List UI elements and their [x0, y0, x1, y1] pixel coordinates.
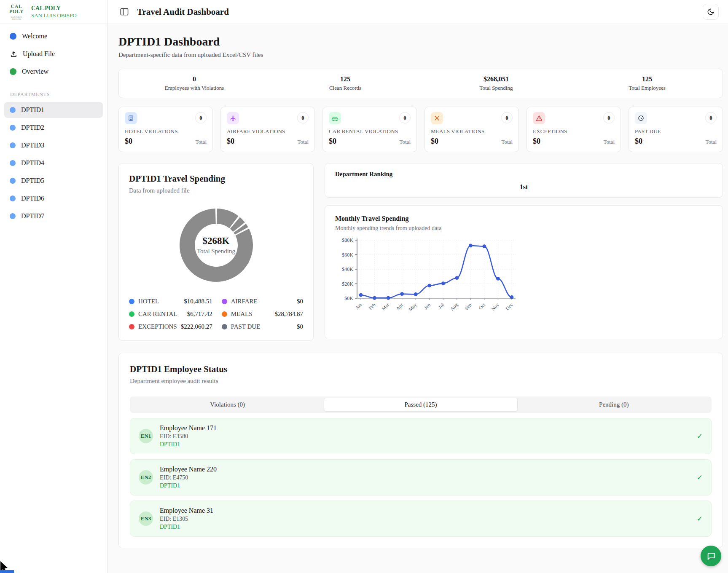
sidebar-item-dptid2[interactable]: DPTID2 — [4, 120, 103, 136]
legend-label: PAST DUE — [231, 323, 261, 330]
department-dot-icon — [10, 160, 16, 166]
violation-amount: $0 — [329, 137, 336, 146]
page-subtitle: Department-specific data from uploaded E… — [118, 51, 723, 59]
clock-icon — [635, 112, 647, 124]
sidebar-item-dptid4[interactable]: DPTID4 — [4, 155, 103, 171]
department-dot-icon — [10, 107, 16, 113]
ranking-title: Department Ranking — [335, 171, 712, 178]
sidebar-item-dptid3[interactable]: DPTID3 — [4, 137, 103, 153]
donut-center-label: $268K Total Spending — [176, 205, 256, 285]
exceptions-card: 0 EXCEPTIONS $0 Total — [527, 107, 621, 152]
employee-row[interactable]: EN1 Employee Name 171 EID: E3580 DPTID1 … — [130, 418, 712, 454]
employee-row[interactable]: EN3 Employee Name 31 EID: E1305 DPTID1 ✓ — [130, 501, 712, 537]
sidebar-item-label: DPTID6 — [21, 195, 44, 202]
svg-text:Aug: Aug — [449, 302, 459, 312]
department-dot-icon — [10, 178, 16, 184]
sidebar-item-overview[interactable]: Overview — [4, 64, 103, 80]
legend-value: $28,784.87 — [275, 311, 304, 318]
legend-item-past-due: PAST DUE $0 — [222, 323, 303, 330]
legend-label: MEALS — [231, 311, 253, 318]
donut-total-label: Total Spending — [197, 248, 235, 255]
past-due-card: 0 PAST DUE $0 Total — [629, 107, 723, 152]
stat-value: 125 — [270, 75, 421, 83]
tab-passed[interactable]: Passed (125) — [324, 398, 517, 412]
legend-item-airfare: AIRFARE $0 — [222, 298, 303, 305]
employee-eid: EID: E1305 — [160, 516, 213, 522]
monthly-subtitle: Monthly spending trends from uploaded da… — [335, 225, 712, 232]
violation-amount: $0 — [533, 137, 540, 146]
check-icon: ✓ — [697, 473, 703, 482]
violation-count-badge: 0 — [297, 112, 309, 123]
hotel-icon — [125, 112, 137, 124]
right-column: Department Ranking 1st Monthly Travel Sp… — [325, 163, 723, 339]
brand-logo: CAL POLY SAN LUIS OBISPO CAL POLY SAN LU… — [0, 0, 107, 24]
legend-label: AIRFARE — [231, 298, 258, 305]
tab-violations[interactable]: Violations (0) — [131, 398, 324, 412]
legend-value: $10,488.51 — [184, 298, 212, 305]
avatar: EN1 — [139, 429, 153, 443]
tab-pending[interactable]: Pending (0) — [518, 398, 710, 412]
logo-mark-line1: CAL POLY — [6, 4, 27, 14]
chat-fab-button[interactable] — [701, 546, 721, 566]
sidebar-item-dptid1[interactable]: DPTID1 — [4, 102, 103, 118]
monthly-line-chart: $0K$20K$40K$60K$80KJanFebMarAprMayJunJul… — [335, 236, 521, 328]
stat-label: Total Spending — [421, 85, 572, 91]
sidebar-item-dptid5[interactable]: DPTID5 — [4, 173, 103, 189]
sidebar-nav: Welcome Upload File Overview DEPARTMENTS… — [0, 24, 107, 230]
employee-eid: EID: E3580 — [160, 433, 217, 440]
departments-section-label: DEPARTMENTS — [4, 81, 103, 102]
violation-count-badge: 0 — [705, 112, 717, 123]
sidebar-item-label: DPTID2 — [21, 124, 44, 131]
check-icon: ✓ — [697, 432, 703, 440]
sidebar-item-label: DPTID4 — [21, 159, 44, 167]
legend-value: $6,717.42 — [187, 311, 212, 318]
violation-card-label: MEALS VIOLATIONS — [431, 128, 513, 135]
violation-count-badge: 0 — [399, 112, 411, 123]
monthly-title: Monthly Travel Spending — [335, 215, 712, 222]
department-ranking-card: Department Ranking 1st — [325, 163, 723, 198]
employee-status-tabs: Violations (0) Passed (125) Pending (0) — [130, 396, 712, 413]
legend-dot-icon — [222, 324, 227, 329]
legend-value: $0 — [297, 323, 303, 330]
svg-text:Feb: Feb — [368, 302, 376, 311]
spending-legend: HOTEL $10,488.51 AIRFARE $0 CAR RENTAL $… — [129, 298, 303, 330]
employee-status-card: DPTID1 Employee Status Department employ… — [118, 353, 723, 548]
sidebar-item-dptid7[interactable]: DPTID7 — [4, 208, 103, 224]
sidebar-item-label: Upload File — [23, 50, 55, 58]
main-area: Travel Audit Dashboard DPTID1 Dashboard … — [107, 0, 728, 573]
sidebar-item-label: DPTID5 — [21, 177, 44, 185]
dark-mode-toggle-button[interactable] — [703, 4, 719, 20]
legend-value: $222,060.27 — [181, 323, 212, 330]
violation-count-badge: 0 — [195, 112, 207, 123]
svg-text:Jul: Jul — [438, 302, 445, 310]
upload-icon — [10, 50, 17, 58]
svg-text:$60K: $60K — [342, 252, 353, 258]
page-content: DPTID1 Dashboard Department-specific dat… — [107, 24, 728, 573]
summary-stats-bar: 0 Employees with Violations 125 Clean Re… — [118, 69, 723, 98]
avatar: EN3 — [139, 511, 153, 526]
stat-total-employees: 125 Total Employees — [572, 74, 723, 93]
sidebar-item-upload-file[interactable]: Upload File — [4, 46, 103, 62]
calpoly-logo-mark: CAL POLY SAN LUIS OBISPO — [6, 4, 27, 20]
svg-text:Sep: Sep — [464, 302, 473, 311]
legend-dot-icon — [129, 299, 134, 304]
check-icon: ✓ — [697, 514, 703, 523]
hotel-violations-card: 0 HOTEL VIOLATIONS $0 Total — [118, 107, 213, 152]
department-dot-icon — [10, 125, 16, 131]
sidebar-toggle-icon[interactable] — [120, 8, 129, 16]
car-rental-icon — [329, 112, 341, 124]
sidebar-item-welcome[interactable]: Welcome — [4, 28, 103, 44]
legend-dot-icon — [222, 299, 227, 304]
violation-total-label: Total — [705, 139, 717, 145]
exceptions-warning-icon — [533, 112, 545, 124]
logo-mark-line2: SAN LUIS OBISPO — [6, 16, 27, 20]
employee-row[interactable]: EN2 Employee Name 220 EID: E4750 DPTID1 … — [130, 459, 712, 495]
violation-total-label: Total — [603, 139, 615, 145]
employee-department: DPTID1 — [160, 524, 213, 530]
legend-item-hotel: HOTEL $10,488.51 — [129, 298, 212, 305]
sidebar-item-label: Welcome — [22, 32, 47, 40]
page-title: DPTID1 Dashboard — [118, 35, 723, 48]
airfare-violations-card: 0 AIRFARE VIOLATIONS $0 Total — [220, 107, 315, 152]
app-title: Travel Audit Dashboard — [137, 7, 229, 17]
sidebar-item-dptid6[interactable]: DPTID6 — [4, 190, 103, 206]
